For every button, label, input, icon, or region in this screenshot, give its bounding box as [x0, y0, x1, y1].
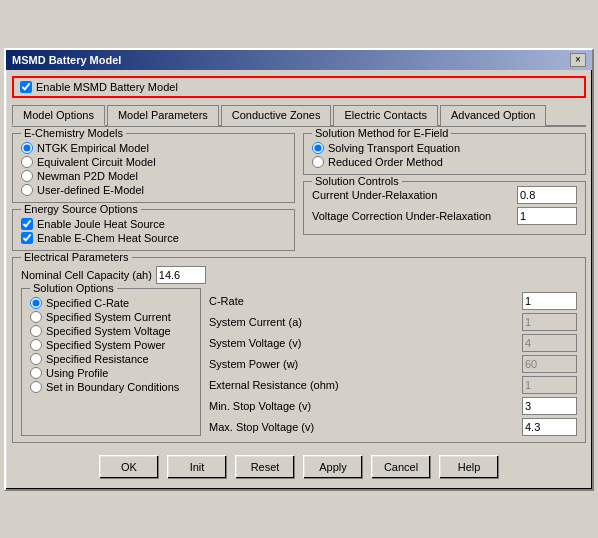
right-input-2[interactable] — [522, 334, 577, 352]
solution-opts-radios: Specified C-Rate Specified System Curren… — [30, 293, 192, 393]
sol-radio-5[interactable] — [30, 367, 42, 379]
right-label-1: System Current (a) — [209, 316, 302, 328]
sol-radio-3[interactable] — [30, 339, 42, 351]
sol-radio-6[interactable] — [30, 381, 42, 393]
sol-label-2: Specified System Voltage — [46, 325, 171, 337]
right-input-5[interactable] — [522, 397, 577, 415]
right-input-4[interactable] — [522, 376, 577, 394]
sol-label-6: Set in Boundary Conditions — [46, 381, 179, 393]
sol-label-5: Using Profile — [46, 367, 108, 379]
tab-conductive-zones[interactable]: Conductive Zones — [221, 105, 332, 126]
help-button[interactable]: Help — [439, 455, 499, 479]
sol-label-0: Specified C-Rate — [46, 297, 129, 309]
energy-label-1: Enable E-Chem Heat Source — [37, 232, 179, 244]
right-field-2: System Voltage (v) — [209, 334, 577, 352]
right-label-5: Min. Stop Voltage (v) — [209, 400, 311, 412]
sol-opt-0: Specified C-Rate — [30, 297, 192, 309]
efield-radio-1[interactable] — [312, 156, 324, 168]
right-label-6: Max. Stop Voltage (v) — [209, 421, 314, 433]
solution-opts-group: Solution Options Specified C-Rate Specif… — [21, 288, 201, 436]
solution-control-input-1[interactable] — [517, 207, 577, 225]
solution-efield-options: Solving Transport Equation Reduced Order… — [312, 138, 577, 168]
echemistry-opt-0: NTGK Empirical Model — [21, 142, 286, 154]
echemistry-group: E-Chemistry Models NTGK Empirical Model … — [12, 133, 295, 203]
solution-controls-title: Solution Controls — [312, 175, 402, 187]
main-window: MSMD Battery Model × Enable MSMD Battery… — [4, 48, 594, 491]
echemistry-radio-3[interactable] — [21, 184, 33, 196]
energy-source-options: Enable Joule Heat Source Enable E-Chem H… — [21, 214, 286, 244]
echemistry-label-0: NTGK Empirical Model — [37, 142, 149, 154]
window-title: MSMD Battery Model — [12, 54, 121, 66]
title-bar-controls: × — [570, 53, 586, 67]
enable-row: Enable MSMD Battery Model — [12, 76, 586, 98]
right-input-0[interactable] — [522, 292, 577, 310]
tab-model-options[interactable]: Model Options — [12, 105, 105, 126]
right-field-6: Max. Stop Voltage (v) — [209, 418, 577, 436]
right-col: Solution Method for E-Field Solving Tran… — [303, 133, 586, 257]
solution-control-label-1: Voltage Correction Under-Relaxation — [312, 210, 491, 222]
tab-bar: Model Options Model Parameters Conductiv… — [12, 104, 586, 127]
solution-efield-group: Solution Method for E-Field Solving Tran… — [303, 133, 586, 175]
echemistry-col: E-Chemistry Models NTGK Empirical Model … — [12, 133, 295, 257]
sol-radio-4[interactable] — [30, 353, 42, 365]
nominal-label: Nominal Cell Capacity (ah) — [21, 269, 152, 281]
electrical-params-title: Electrical Parameters — [21, 251, 132, 263]
right-label-0: C-Rate — [209, 295, 244, 307]
energy-check-1[interactable] — [21, 232, 33, 244]
enable-msmd-checkbox[interactable] — [20, 81, 32, 93]
efield-label-0: Solving Transport Equation — [328, 142, 460, 154]
close-button[interactable]: × — [570, 53, 586, 67]
energy-opt-0: Enable Joule Heat Source — [21, 218, 286, 230]
sol-radio-2[interactable] — [30, 325, 42, 337]
nominal-input[interactable] — [156, 266, 206, 284]
cancel-button[interactable]: Cancel — [371, 455, 431, 479]
right-input-3[interactable] — [522, 355, 577, 373]
right-input-1[interactable] — [522, 313, 577, 331]
energy-check-0[interactable] — [21, 218, 33, 230]
right-field-3: System Power (w) — [209, 355, 577, 373]
sol-radio-1[interactable] — [30, 311, 42, 323]
init-button[interactable]: Init — [167, 455, 227, 479]
right-field-1: System Current (a) — [209, 313, 577, 331]
solution-control-label-0: Current Under-Relaxation — [312, 189, 437, 201]
energy-source-title: Energy Source Options — [21, 203, 141, 215]
solution-efield-title: Solution Method for E-Field — [312, 127, 451, 139]
echemistry-radio-0[interactable] — [21, 142, 33, 154]
sol-radio-0[interactable] — [30, 297, 42, 309]
solution-control-input-0[interactable] — [517, 186, 577, 204]
echemistry-opt-1: Equivalent Circuit Model — [21, 156, 286, 168]
solution-control-row-1: Voltage Correction Under-Relaxation — [312, 207, 577, 225]
energy-source-group: Energy Source Options Enable Joule Heat … — [12, 209, 295, 251]
sol-opt-2: Specified System Voltage — [30, 325, 192, 337]
echemistry-label-1: Equivalent Circuit Model — [37, 156, 156, 168]
tab-model-parameters[interactable]: Model Parameters — [107, 105, 219, 126]
echemistry-opt-2: Newman P2D Model — [21, 170, 286, 182]
sol-opt-4: Specified Resistance — [30, 353, 192, 365]
right-fields: C-Rate System Current (a) System Voltage… — [209, 288, 577, 436]
button-bar: OK Init Reset Apply Cancel Help — [12, 449, 586, 483]
tab-electric-contacts[interactable]: Electric Contacts — [333, 105, 438, 126]
echemistry-title: E-Chemistry Models — [21, 127, 126, 139]
right-input-6[interactable] — [522, 418, 577, 436]
sol-opt-1: Specified System Current — [30, 311, 192, 323]
right-label-3: System Power (w) — [209, 358, 298, 370]
echemistry-radio-2[interactable] — [21, 170, 33, 182]
enable-msmd-label: Enable MSMD Battery Model — [36, 81, 178, 93]
sol-label-3: Specified System Power — [46, 339, 165, 351]
echemistry-radio-1[interactable] — [21, 156, 33, 168]
echemistry-opt-3: User-defined E-Model — [21, 184, 286, 196]
electrical-params-group: Electrical Parameters Nominal Cell Capac… — [12, 257, 586, 443]
reset-button[interactable]: Reset — [235, 455, 295, 479]
tab-advanced-option[interactable]: Advanced Option — [440, 105, 546, 126]
ok-button[interactable]: OK — [99, 455, 159, 479]
top-section: E-Chemistry Models NTGK Empirical Model … — [12, 133, 586, 257]
echemistry-label-2: Newman P2D Model — [37, 170, 138, 182]
elec-inner: Solution Options Specified C-Rate Specif… — [21, 288, 577, 436]
efield-radio-0[interactable] — [312, 142, 324, 154]
solution-control-row-0: Current Under-Relaxation — [312, 186, 577, 204]
apply-button[interactable]: Apply — [303, 455, 363, 479]
energy-opt-1: Enable E-Chem Heat Source — [21, 232, 286, 244]
window-body: Enable MSMD Battery Model Model Options … — [6, 70, 592, 489]
efield-opt-0: Solving Transport Equation — [312, 142, 577, 154]
right-field-5: Min. Stop Voltage (v) — [209, 397, 577, 415]
